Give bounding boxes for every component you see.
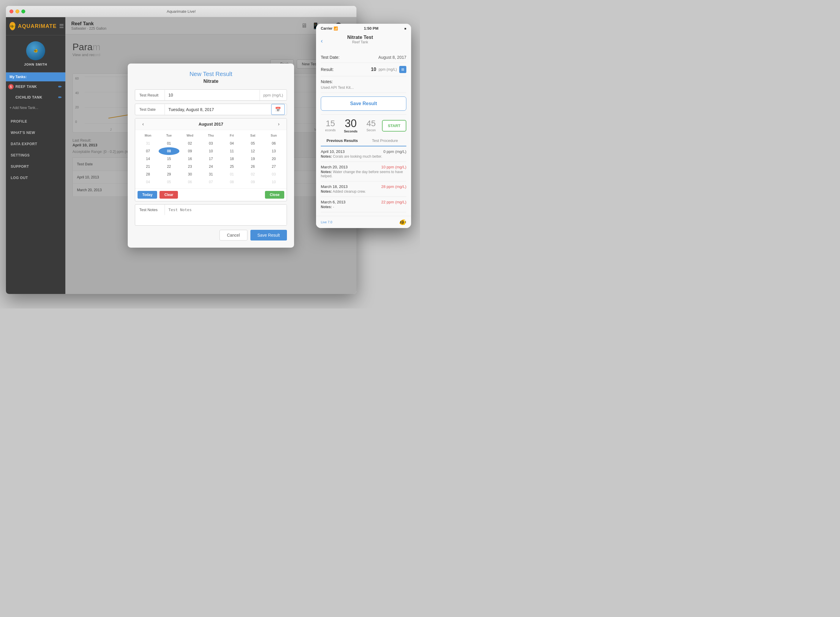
maximize-button[interactable] [21,9,25,13]
calendar-day-cell[interactable]: 09 [243,178,263,186]
calendar-day-cell[interactable]: 25 [221,163,243,170]
save-result-button[interactable]: Save Result [250,230,287,241]
calendar-day-cell[interactable]: 10 [201,147,222,155]
mobile-title: Nitrate Test [316,35,406,40]
calendar-day-cell[interactable]: 03 [201,140,222,147]
calendar-day-cell[interactable]: 26 [243,163,263,170]
calendar-day-cell[interactable]: 07 [138,147,158,155]
calendar-close-button[interactable]: Close [265,191,284,199]
cal-header-mon: Mon [138,133,158,138]
calendar-day-cell[interactable]: 27 [263,163,284,170]
calendar-day-cell[interactable]: 04 [138,178,158,186]
calendar-day-cell[interactable]: 02 [179,140,201,147]
hamburger-button[interactable]: ☰ [59,23,64,30]
prev-result-date: March 18, 2013 [321,185,348,189]
calendar-day-cell[interactable]: 08 [221,178,243,186]
calendar-day-cell[interactable]: 15 [158,155,180,163]
mobile-save-button[interactable]: Save Result [321,96,406,111]
cal-header-tue: Tue [158,133,180,138]
sidebar-item-support[interactable]: SUPPORT [6,161,65,172]
test-date-row: Test Date 📅 [135,103,287,115]
calendar-day-cell[interactable]: 24 [201,163,222,170]
calendar-day-cell[interactable]: 09 [179,147,201,155]
cancel-button[interactable]: Cancel [219,230,247,241]
calendar-day-cell[interactable]: 07 [201,178,222,186]
modal-overlay: New Test Result Nitrate Test Result ppm … [65,17,356,294]
cal-header-fri: Fri [221,133,243,138]
prev-result-header: April 10, 2013 0 ppm (mg/L) [321,149,406,154]
calendar-day-cell[interactable]: 28 [138,170,158,178]
user-name: JOHN SMITH [24,63,47,66]
close-button[interactable] [9,9,13,13]
prev-result-item: March 6, 2013 22 ppm (mg/L) Notes: - [321,197,406,212]
calendar-today-button[interactable]: Today [138,191,157,199]
calendar-day-cell[interactable]: 20 [263,155,284,163]
test-date-input[interactable] [165,104,271,115]
mobile-panel: Carrier 📶 1:50 PM ■ ‹ Nitrate Test Reef … [316,24,411,228]
cal-header-thu: Thu [201,133,222,138]
calendar-day-cell[interactable]: 13 [263,147,284,155]
fish-icon: 🐠 [399,218,406,226]
calendar-day-cell[interactable]: 02 [243,170,263,178]
calendar-day-cell[interactable]: 04 [221,140,243,147]
calendar-day-cell[interactable]: 05 [158,178,180,186]
calendar-week-row: 07080910111213 [138,147,284,155]
timer-slot-45: 45 Secon [361,120,381,132]
modal-subtitle: Nitrate [135,79,287,84]
calendar-day-cell[interactable]: 19 [243,155,263,163]
calendar-toggle-button[interactable]: 📅 [271,104,285,115]
sidebar-item-settings[interactable]: SETTINGS [6,150,65,161]
calendar-day-cell[interactable]: 06 [263,140,284,147]
sidebar-item-profile[interactable]: PROFILE [6,116,65,127]
sidebar-item-cichlid-tank[interactable]: CICHLID TANK ✏ [6,92,65,103]
sidebar-item-reef-tank[interactable]: 5 REEF TANK ✏ [6,81,65,92]
logo-icon: 🐠 [9,22,15,30]
calendar-day-cell[interactable]: 14 [138,155,158,163]
cichlid-tank-edit-icon[interactable]: ✏ [58,95,62,100]
test-result-label: Test Result [135,90,165,100]
calendar-day-cell[interactable]: 01 [158,140,180,147]
calendar-day-cell[interactable]: 31 [138,140,158,147]
tab-test-procedure[interactable]: Test Procedure [364,136,406,146]
calendar-next-button[interactable]: › [276,121,282,127]
test-result-input[interactable] [165,90,260,100]
mobile-notes-section: Notes: Used API Test Kit... [321,76,406,93]
calendar-day-cell[interactable]: 01 [221,170,243,178]
my-tanks-label: My Tanks: [6,72,65,81]
calendar-day-cell[interactable]: 06 [179,178,201,186]
cal-header-sat: Sat [243,133,263,138]
calendar-day-cell[interactable]: 29 [158,170,180,178]
reef-tank-edit-icon[interactable]: ✏ [58,84,62,89]
mobile-footer: Live 7.0 🐠 [316,216,411,228]
timer-start-button[interactable]: START [382,120,406,131]
calendar-day-cell[interactable]: 16 [179,155,201,163]
calendar-day-cell[interactable]: 11 [221,147,243,155]
calendar-day-cell[interactable]: 17 [201,155,222,163]
calendar-day-cell[interactable]: 08 [158,147,180,155]
calendar-day-cell[interactable]: 30 [179,170,201,178]
sidebar-item-logout[interactable]: LOG OUT [6,172,65,183]
notes-textarea[interactable] [165,205,287,225]
avatar: 🐠 [26,41,45,60]
calendar-clear-button[interactable]: Clear [160,191,178,199]
mobile-result-number: 10 [371,67,376,72]
calendar-day-cell[interactable]: 22 [158,163,180,170]
calendar-day-cell[interactable]: 31 [201,170,222,178]
tab-previous-results[interactable]: Previous Results [321,136,364,146]
add-tank-button[interactable]: + Add New Tank... [6,103,65,113]
calendar-day-cell[interactable]: 12 [243,147,263,155]
calc-icon[interactable]: ⊞ [399,66,406,73]
calendar-day-cell[interactable]: 10 [263,178,284,186]
calendar-prev-button[interactable]: ‹ [140,121,146,127]
minimize-button[interactable] [15,9,19,13]
mobile-test-date-row: Test Date: August 8, 2017 [321,52,406,63]
calendar-day-cell[interactable]: 03 [263,170,284,178]
calendar-day-cell[interactable]: 05 [243,140,263,147]
mobile-tabs: Previous Results Test Procedure [321,136,406,146]
sidebar-item-whats-new[interactable]: WHAT'S NEW [6,127,65,138]
calendar-day-cell[interactable]: 18 [221,155,243,163]
calendar-day-cell[interactable]: 21 [138,163,158,170]
prev-result-date: April 10, 2013 [321,149,345,154]
sidebar-item-data-export[interactable]: DATA EXPORT [6,138,65,150]
calendar-day-cell[interactable]: 23 [179,163,201,170]
